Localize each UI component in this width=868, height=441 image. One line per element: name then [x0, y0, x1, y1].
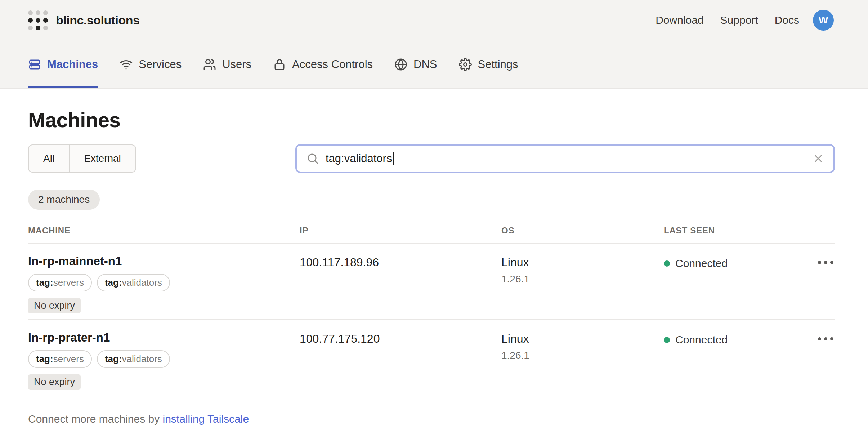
tag-pill: tag:validators — [97, 274, 170, 291]
machine-name[interactable]: ln-rp-prater-n1 — [28, 331, 300, 344]
tab-dns[interactable]: DNS — [394, 40, 437, 88]
expiry-badge: No expiry — [28, 374, 81, 390]
machine-row: ln-rp-prater-n1 tag:serverstag:validator… — [28, 320, 835, 396]
tab-label: Settings — [478, 58, 518, 71]
tab-label: Services — [139, 58, 182, 71]
machine-ip: 100.117.189.96 — [300, 254, 501, 313]
org-name: blinc.solutions — [56, 13, 139, 27]
text-cursor — [393, 152, 394, 165]
support-link[interactable]: Support — [720, 14, 758, 26]
tab-label: DNS — [413, 58, 437, 71]
table-header-row: MACHINE IP OS LAST SEEN — [28, 226, 835, 244]
table-body: ln-rp-mainnet-n1 tag:serverstag:validato… — [28, 244, 835, 396]
status-label: Connected — [675, 257, 728, 270]
filter-all-button[interactable]: All — [29, 145, 69, 172]
globe-icon — [394, 58, 407, 71]
close-icon[interactable] — [813, 153, 824, 164]
installing-tailscale-link[interactable]: installing Tailscale — [163, 413, 249, 425]
main-nav: Machines Services Users Access Controls — [0, 40, 868, 89]
tag-pill: tag:servers — [28, 274, 92, 291]
machine-filter-toggle: All External — [28, 144, 136, 173]
lock-icon — [273, 58, 286, 71]
docs-link[interactable]: Docs — [775, 14, 799, 26]
search-icon — [306, 152, 319, 165]
machine-os: Linux — [501, 331, 664, 346]
search-query-text: tag:validators — [326, 152, 392, 165]
filter-external-button[interactable]: External — [69, 145, 135, 172]
status-label: Connected — [675, 334, 728, 346]
expiry-badge: No expiry — [28, 298, 81, 313]
machine-cell: ln-rp-mainnet-n1 tag:serverstag:validato… — [28, 254, 300, 313]
tab-label: Users — [222, 58, 251, 71]
page-title: Machines — [28, 108, 835, 132]
tag-pill: tag:validators — [97, 350, 170, 368]
tab-machines[interactable]: Machines — [28, 40, 98, 88]
machine-ip: 100.77.175.120 — [300, 331, 501, 390]
search-input[interactable]: tag:validators — [295, 144, 835, 173]
connected-dot-icon — [664, 337, 670, 343]
footer-text: Connect more machines by — [28, 413, 163, 425]
machines-table: MACHINE IP OS LAST SEEN ln-rp-mainnet-n1… — [28, 226, 835, 396]
footer-note: Connect more machines by installing Tail… — [28, 413, 835, 425]
ellipsis-menu-icon[interactable] — [816, 334, 835, 344]
tailscale-logo-icon — [28, 10, 48, 30]
tab-services[interactable]: Services — [120, 40, 182, 88]
avatar[interactable]: W — [813, 10, 834, 31]
gear-icon — [459, 58, 472, 71]
machine-count-badge: 2 machines — [28, 190, 100, 210]
machine-row: ln-rp-mainnet-n1 tag:serverstag:validato… — [28, 244, 835, 320]
wifi-icon — [120, 58, 133, 71]
top-bar: blinc.solutions Download Support Docs W — [0, 0, 868, 40]
topbar-links: Download Support Docs — [656, 14, 799, 26]
column-header-ip: IP — [300, 226, 501, 236]
connection-status: Connected — [664, 334, 728, 346]
tab-users[interactable]: Users — [203, 40, 251, 88]
machines-icon — [28, 58, 41, 71]
tag-list: tag:serverstag:validators — [28, 274, 300, 291]
tab-label: Access Controls — [292, 58, 373, 71]
connected-dot-icon — [664, 260, 670, 267]
os-cell: Linux 1.26.1 — [501, 254, 664, 313]
tag-list: tag:serverstag:validators — [28, 350, 300, 368]
tab-access-controls[interactable]: Access Controls — [273, 40, 373, 88]
ellipsis-menu-icon[interactable] — [816, 257, 835, 268]
machine-name[interactable]: ln-rp-mainnet-n1 — [28, 254, 300, 268]
machine-os-version: 1.26.1 — [501, 273, 664, 285]
controls-row: All External tag:validators — [28, 144, 835, 173]
connection-status: Connected — [664, 257, 728, 270]
os-cell: Linux 1.26.1 — [501, 331, 664, 390]
machine-os: Linux — [501, 254, 664, 269]
column-header-os: OS — [501, 226, 664, 236]
last-seen-cell: Connected — [664, 331, 835, 390]
column-header-machine: MACHINE — [28, 226, 300, 236]
tab-settings[interactable]: Settings — [459, 40, 518, 88]
tab-label: Machines — [47, 58, 98, 71]
last-seen-cell: Connected — [664, 254, 835, 313]
machine-os-version: 1.26.1 — [501, 350, 664, 361]
users-icon — [203, 58, 216, 71]
main-content: Machines All External tag:validators 2 m… — [0, 108, 868, 425]
machine-cell: ln-rp-prater-n1 tag:serverstag:validator… — [28, 331, 300, 390]
column-header-last-seen: LAST SEEN — [664, 226, 835, 236]
download-link[interactable]: Download — [656, 14, 703, 26]
tag-pill: tag:servers — [28, 350, 92, 368]
